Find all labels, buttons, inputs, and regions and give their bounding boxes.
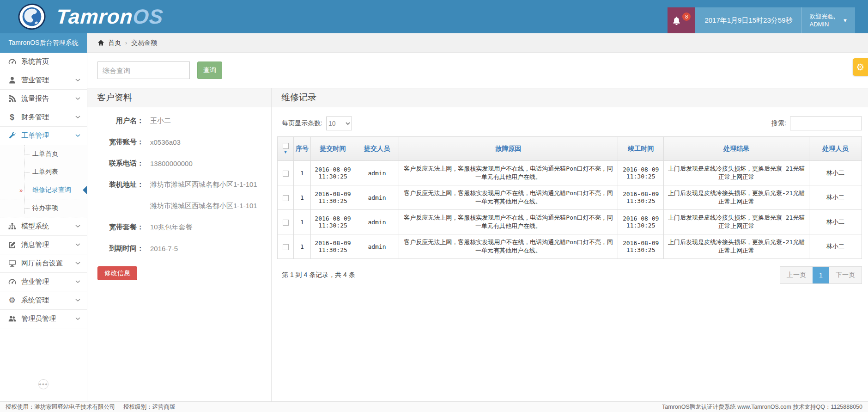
users-icon [7,315,17,323]
row-checkbox[interactable] [283,244,289,250]
breadcrumb-home[interactable]: 首页 [108,39,121,47]
app-logo: TamronOS [0,0,163,33]
sidebar-item-business-mgmt[interactable]: 营业管理 [0,71,87,90]
col-header-seq[interactable]: 序号 [294,137,311,161]
table-header-row: ▼ 序号 提交时间 提交人员 故障原因 竣工时间 处理结果 处理人员 [278,137,862,161]
col-header-result[interactable]: 处理结果 [664,137,809,161]
sidebar-item-workorder-mgmt[interactable]: 工单管理 [0,127,87,145]
repair-records-table: ▼ 序号 提交时间 提交人员 故障原因 竣工时间 处理结果 处理人员 [277,136,862,259]
table-row: 1 2016-08-09 11:30:25 admin 客户反应无法上网，客服核… [278,234,862,259]
sidebar-item-webportal-settings[interactable]: 网厅前台设置 [0,254,87,273]
chevron-down-icon [75,79,80,82]
row-checkbox[interactable] [283,220,289,226]
user-menu[interactable]: 欢迎光临, ADMIN ▼ [802,7,855,33]
sidebar-collapse-handle[interactable]: ●●● [38,379,49,389]
select-all-header[interactable]: ▼ [278,137,294,161]
customer-field-expiry: 到期时间： 2016-7-5 [87,238,271,259]
chevron-down-icon [75,262,80,265]
select-all-checkbox[interactable] [283,143,289,149]
breadcrumb-current: 交易金额 [131,39,157,47]
col-header-fault[interactable]: 故障原因 [399,137,618,161]
gears-icon: ⚙ [7,296,17,304]
vendor-info: TamronOS腾龙认证计费系统 www.TamronOS.com 技术支持QQ… [662,403,862,411]
active-item-arrow [83,186,87,194]
sidebar-title: TamronOS后台管理系统 [0,33,87,53]
notification-count-badge: 8 [682,12,691,21]
globe-logo-icon [18,2,46,31]
repair-records-panel: 维修记录 每页显示条数: 10 搜索: [272,88,868,401]
bell-icon [672,16,681,25]
chevron-down-icon [75,134,80,137]
customer-panel-title: 客户资料 [87,88,271,107]
top-header: TamronOS 8 2017年1月9日15时23分59秒 欢迎光临, ADMI… [0,0,868,33]
sitemap-icon [7,222,17,230]
pagination-prev[interactable]: 上一页 [780,267,813,283]
customer-field-phone: 联系电话： 13800000000 [87,153,271,174]
search-input[interactable] [97,61,190,79]
table-row: 1 2016-08-09 11:30:25 admin 客户反应无法上网，客服核… [278,210,862,234]
logo-text: TamronOS [55,5,164,28]
wrench-icon [7,132,17,140]
dashboard-icon [7,278,17,286]
sidebar-item-model-system[interactable]: 模型系统 [0,217,87,236]
sidebar-item-traffic-report[interactable]: 流量报告 [0,90,87,108]
sidebar-item-message-mgmt[interactable]: 消息管理 [0,236,87,254]
page-footer: 授权使用：潍坊家园驿站电子技术有限公司 授权级别：运营商版 TamronOS腾龙… [0,401,868,412]
license-info: 授权使用：潍坊家园驿站电子技术有限公司 授权级别：运营商版 [6,403,175,411]
edit-icon [7,241,17,249]
chevron-down-icon [75,225,80,228]
sidebar-item-admin-mgmt[interactable]: 管理员管理 [0,310,87,328]
table-search-input[interactable] [790,117,862,130]
records-summary: 第 1 到 4 条记录，共 4 条 [282,271,355,279]
chevron-down-icon [75,280,80,283]
welcome-text: 欢迎光临, [809,12,835,20]
sidebar: TamronOS后台管理系统 系统首页 营业管理 流量报告 $ 财务管理 工单管… [0,33,87,401]
chevron-down-icon [75,317,80,320]
customer-field-address: 装机地址： 潍坊市潍城区西城名都小区1-1-101 [87,174,271,195]
customer-field-account: 宽带账号： x0536a03 [87,131,271,153]
active-marker-icon: » [19,187,23,194]
desktop-icon [7,259,17,267]
chevron-down-icon: ▼ [843,18,848,23]
chevron-down-icon [75,299,80,302]
per-page-select[interactable]: 10 [326,117,352,130]
sidebar-item-system-mgmt[interactable]: ⚙ 系统管理 [0,291,87,310]
sidebar-item-workorder-list[interactable]: 工单列表 [0,163,87,181]
settings-flyout-button[interactable]: ⚙ [853,58,868,76]
sidebar-item-finance-mgmt[interactable]: $ 财务管理 [0,108,87,127]
col-header-finish-time[interactable]: 竣工时间 [618,137,664,161]
customer-field-package: 宽带套餐： 10兆包年套餐 [87,216,271,238]
col-header-submitter[interactable]: 提交人员 [355,137,399,161]
pagination-page-1[interactable]: 1 [813,267,829,283]
pagination-next[interactable]: 下一页 [829,267,862,283]
sort-caret-icon: ▼ [284,150,288,154]
sidebar-item-todo[interactable]: 待办事项 [0,199,87,217]
username: ADMIN [809,20,835,28]
col-header-handler[interactable]: 处理人员 [809,137,862,161]
gear-icon: ⚙ [856,61,865,73]
home-icon [97,39,104,46]
sidebar-item-workorder-home[interactable]: 工单首页 [0,145,87,163]
row-checkbox[interactable] [283,195,289,201]
customer-field-username: 用户名： 王小二 [87,110,271,131]
dashboard-icon [7,58,17,66]
user-icon [7,76,17,84]
col-header-submit-time[interactable]: 提交时间 [311,137,355,161]
query-button[interactable]: 查询 [197,61,222,79]
customer-panel: 客户资料 用户名： 王小二 宽带账号： x0536a03 联系电话： 13800… [87,88,272,401]
sidebar-item-repair-record-query[interactable]: » 维修记录查询 [0,181,87,199]
global-search-bar: 查询 [87,53,868,88]
breadcrumb: 首页 › 交易金额 [87,33,868,53]
datetime-display: 2017年1月9日15时23分59秒 [695,7,802,33]
per-page-control: 每页显示条数: 10 [282,117,352,130]
customer-field-address-2: 潍坊市潍城区西城名都小区1-1-101 [87,195,271,216]
chevron-down-icon [75,116,80,119]
row-checkbox[interactable] [283,171,289,177]
rss-icon [7,95,17,103]
notifications-button[interactable]: 8 [668,7,695,33]
sidebar-item-business-mgmt-2[interactable]: 营业管理 [0,273,87,291]
chevron-down-icon [75,97,80,100]
records-panel-title: 维修记录 [272,88,868,107]
edit-info-button[interactable]: 修改信息 [97,266,137,280]
sidebar-item-system-home[interactable]: 系统首页 [0,53,87,71]
